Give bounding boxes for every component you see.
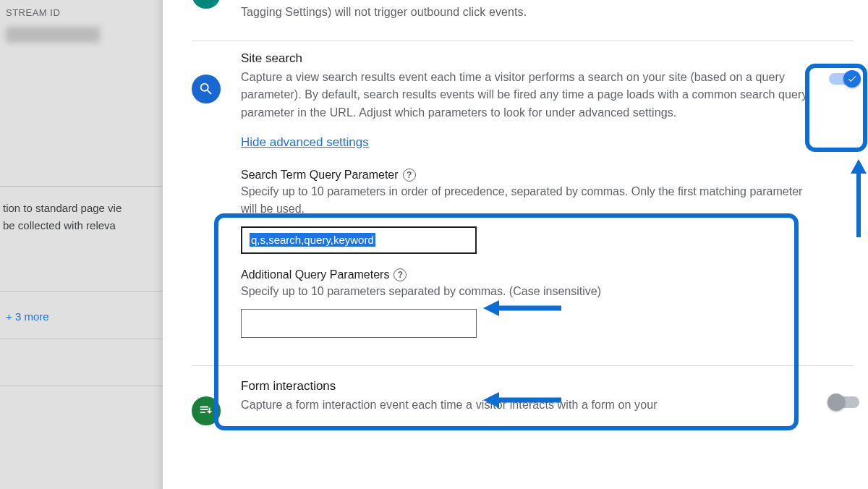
additional-param-label: Additional Query Parameters ? [241,268,810,281]
stream-id-label: STREAM ID [0,7,163,18]
form-toggle[interactable] [829,396,859,408]
site-search-section: Site search Capture a view search result… [192,41,854,366]
form-description: Capture a form interaction event each ti… [241,396,810,414]
settings-panel: leading away from the current domain. Li… [163,0,868,489]
site-search-toggle[interactable] [829,73,859,85]
search-param-value: q,s,search,query,keyword [250,233,375,247]
outbound-icon [192,0,221,9]
search-param-label: Search Term Query Parameter ? [241,169,810,182]
bg-text-1: tion to standard page vie [0,200,163,217]
additional-param-input[interactable] [241,309,477,338]
additional-param-description: Specify up to 10 parameters separated by… [241,283,810,300]
more-link[interactable]: + 3 more [0,305,163,328]
background-panel: STREAM ID tion to standard page vie be c… [0,0,163,489]
additional-param-label-text: Additional Query Parameters [241,268,389,281]
help-icon[interactable]: ? [393,268,407,281]
hide-advanced-link[interactable]: Hide advanced settings [241,135,369,150]
form-title: Form interactions [241,379,810,394]
check-icon [847,74,857,84]
blurred-value [6,27,100,43]
site-search-description: Capture a view search results event each… [241,69,810,122]
search-param-description: Specify up to 10 parameters in order of … [241,183,810,218]
site-search-title: Site search [241,51,810,66]
form-interactions-section: Form interactions Capture a form interac… [192,366,854,441]
form-icon [192,396,221,425]
help-icon[interactable]: ? [403,169,416,182]
outbound-description: leading away from the current domain. Li… [241,0,810,22]
bg-text-2: be collected with releva [0,217,163,234]
search-icon [192,75,221,103]
advanced-settings-block: Search Term Query Parameter ? Specify up… [241,157,810,341]
search-param-label-text: Search Term Query Parameter [241,169,399,182]
search-param-input[interactable]: q,s,search,query,keyword [241,226,477,254]
outbound-section: leading away from the current domain. Li… [192,0,854,41]
